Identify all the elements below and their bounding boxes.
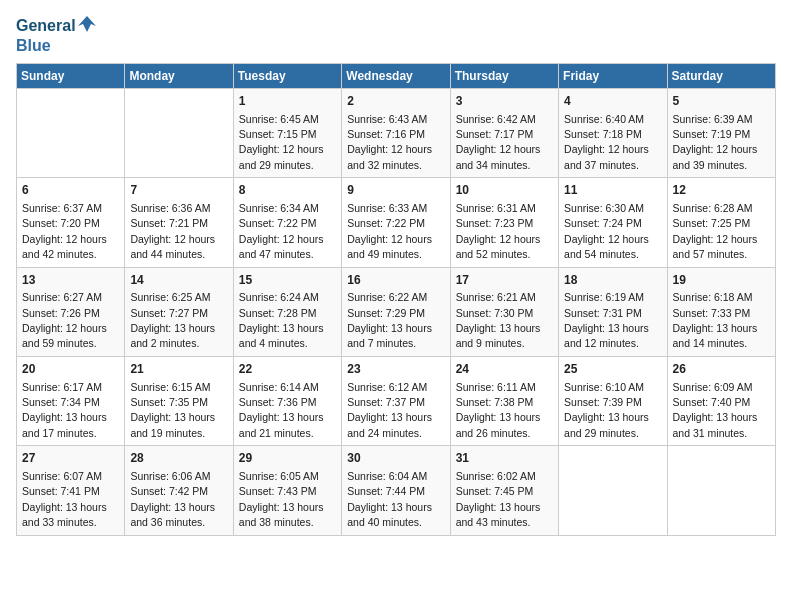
calendar-cell: 20 Sunrise: 6:17 AMSunset: 7:34 PMDaylig… [17,356,125,445]
cell-day-number: 4 [564,93,661,110]
cell-sunrise: Sunrise: 6:43 AMSunset: 7:16 PMDaylight:… [347,113,432,171]
cell-day-number: 12 [673,182,770,199]
cell-day-number: 21 [130,361,227,378]
page-header: General Blue [16,16,776,55]
cell-sunrise: Sunrise: 6:33 AMSunset: 7:22 PMDaylight:… [347,202,432,260]
calendar-cell: 15 Sunrise: 6:24 AMSunset: 7:28 PMDaylig… [233,267,341,356]
svg-marker-0 [78,16,96,32]
calendar-cell: 8 Sunrise: 6:34 AMSunset: 7:22 PMDayligh… [233,178,341,267]
cell-sunrise: Sunrise: 6:14 AMSunset: 7:36 PMDaylight:… [239,381,324,439]
cell-day-number: 15 [239,272,336,289]
cell-sunrise: Sunrise: 6:07 AMSunset: 7:41 PMDaylight:… [22,470,107,528]
cell-sunrise: Sunrise: 6:27 AMSunset: 7:26 PMDaylight:… [22,291,107,349]
cell-day-number: 19 [673,272,770,289]
cell-day-number: 1 [239,93,336,110]
calendar-cell: 23 Sunrise: 6:12 AMSunset: 7:37 PMDaylig… [342,356,450,445]
cell-day-number: 26 [673,361,770,378]
logo-bird-icon [78,16,96,36]
col-header-tuesday: Tuesday [233,63,341,88]
cell-sunrise: Sunrise: 6:42 AMSunset: 7:17 PMDaylight:… [456,113,541,171]
col-header-monday: Monday [125,63,233,88]
cell-sunrise: Sunrise: 6:12 AMSunset: 7:37 PMDaylight:… [347,381,432,439]
cell-sunrise: Sunrise: 6:04 AMSunset: 7:44 PMDaylight:… [347,470,432,528]
cell-sunrise: Sunrise: 6:09 AMSunset: 7:40 PMDaylight:… [673,381,758,439]
cell-sunrise: Sunrise: 6:19 AMSunset: 7:31 PMDaylight:… [564,291,649,349]
cell-sunrise: Sunrise: 6:10 AMSunset: 7:39 PMDaylight:… [564,381,649,439]
calendar-cell: 7 Sunrise: 6:36 AMSunset: 7:21 PMDayligh… [125,178,233,267]
cell-day-number: 31 [456,450,553,467]
cell-sunrise: Sunrise: 6:22 AMSunset: 7:29 PMDaylight:… [347,291,432,349]
calendar-cell: 26 Sunrise: 6:09 AMSunset: 7:40 PMDaylig… [667,356,775,445]
cell-sunrise: Sunrise: 6:06 AMSunset: 7:42 PMDaylight:… [130,470,215,528]
calendar-cell: 13 Sunrise: 6:27 AMSunset: 7:26 PMDaylig… [17,267,125,356]
calendar-cell: 27 Sunrise: 6:07 AMSunset: 7:41 PMDaylig… [17,446,125,535]
calendar-cell: 31 Sunrise: 6:02 AMSunset: 7:45 PMDaylig… [450,446,558,535]
cell-sunrise: Sunrise: 6:18 AMSunset: 7:33 PMDaylight:… [673,291,758,349]
cell-day-number: 17 [456,272,553,289]
calendar-cell: 14 Sunrise: 6:25 AMSunset: 7:27 PMDaylig… [125,267,233,356]
cell-sunrise: Sunrise: 6:11 AMSunset: 7:38 PMDaylight:… [456,381,541,439]
calendar-cell: 25 Sunrise: 6:10 AMSunset: 7:39 PMDaylig… [559,356,667,445]
cell-day-number: 10 [456,182,553,199]
calendar-cell: 2 Sunrise: 6:43 AMSunset: 7:16 PMDayligh… [342,88,450,177]
col-header-friday: Friday [559,63,667,88]
calendar-cell: 24 Sunrise: 6:11 AMSunset: 7:38 PMDaylig… [450,356,558,445]
cell-sunrise: Sunrise: 6:28 AMSunset: 7:25 PMDaylight:… [673,202,758,260]
calendar-cell: 29 Sunrise: 6:05 AMSunset: 7:43 PMDaylig… [233,446,341,535]
cell-sunrise: Sunrise: 6:15 AMSunset: 7:35 PMDaylight:… [130,381,215,439]
cell-sunrise: Sunrise: 6:45 AMSunset: 7:15 PMDaylight:… [239,113,324,171]
cell-day-number: 18 [564,272,661,289]
cell-day-number: 11 [564,182,661,199]
col-header-wednesday: Wednesday [342,63,450,88]
calendar-cell: 16 Sunrise: 6:22 AMSunset: 7:29 PMDaylig… [342,267,450,356]
calendar-cell: 1 Sunrise: 6:45 AMSunset: 7:15 PMDayligh… [233,88,341,177]
calendar-cell: 17 Sunrise: 6:21 AMSunset: 7:30 PMDaylig… [450,267,558,356]
cell-day-number: 20 [22,361,119,378]
calendar-cell [17,88,125,177]
cell-day-number: 14 [130,272,227,289]
cell-sunrise: Sunrise: 6:17 AMSunset: 7:34 PMDaylight:… [22,381,107,439]
calendar-cell [559,446,667,535]
cell-day-number: 28 [130,450,227,467]
cell-sunrise: Sunrise: 6:25 AMSunset: 7:27 PMDaylight:… [130,291,215,349]
cell-day-number: 25 [564,361,661,378]
logo: General Blue [16,16,96,55]
calendar-cell: 22 Sunrise: 6:14 AMSunset: 7:36 PMDaylig… [233,356,341,445]
col-header-saturday: Saturday [667,63,775,88]
logo-general: General [16,16,76,35]
calendar-cell [125,88,233,177]
calendar-cell: 30 Sunrise: 6:04 AMSunset: 7:44 PMDaylig… [342,446,450,535]
cell-sunrise: Sunrise: 6:05 AMSunset: 7:43 PMDaylight:… [239,470,324,528]
calendar-cell: 3 Sunrise: 6:42 AMSunset: 7:17 PMDayligh… [450,88,558,177]
calendar-cell: 21 Sunrise: 6:15 AMSunset: 7:35 PMDaylig… [125,356,233,445]
cell-sunrise: Sunrise: 6:31 AMSunset: 7:23 PMDaylight:… [456,202,541,260]
cell-day-number: 3 [456,93,553,110]
col-header-thursday: Thursday [450,63,558,88]
cell-day-number: 2 [347,93,444,110]
cell-day-number: 8 [239,182,336,199]
cell-day-number: 22 [239,361,336,378]
cell-day-number: 29 [239,450,336,467]
cell-sunrise: Sunrise: 6:40 AMSunset: 7:18 PMDaylight:… [564,113,649,171]
cell-sunrise: Sunrise: 6:02 AMSunset: 7:45 PMDaylight:… [456,470,541,528]
calendar-cell: 18 Sunrise: 6:19 AMSunset: 7:31 PMDaylig… [559,267,667,356]
calendar-cell: 9 Sunrise: 6:33 AMSunset: 7:22 PMDayligh… [342,178,450,267]
cell-sunrise: Sunrise: 6:39 AMSunset: 7:19 PMDaylight:… [673,113,758,171]
cell-day-number: 16 [347,272,444,289]
cell-sunrise: Sunrise: 6:36 AMSunset: 7:21 PMDaylight:… [130,202,215,260]
cell-sunrise: Sunrise: 6:21 AMSunset: 7:30 PMDaylight:… [456,291,541,349]
cell-day-number: 6 [22,182,119,199]
calendar-cell: 11 Sunrise: 6:30 AMSunset: 7:24 PMDaylig… [559,178,667,267]
cell-day-number: 23 [347,361,444,378]
logo-blue: Blue [16,37,51,54]
cell-sunrise: Sunrise: 6:37 AMSunset: 7:20 PMDaylight:… [22,202,107,260]
cell-day-number: 13 [22,272,119,289]
calendar-cell: 5 Sunrise: 6:39 AMSunset: 7:19 PMDayligh… [667,88,775,177]
cell-day-number: 30 [347,450,444,467]
cell-day-number: 27 [22,450,119,467]
calendar-cell: 12 Sunrise: 6:28 AMSunset: 7:25 PMDaylig… [667,178,775,267]
calendar-cell: 10 Sunrise: 6:31 AMSunset: 7:23 PMDaylig… [450,178,558,267]
cell-day-number: 24 [456,361,553,378]
col-header-sunday: Sunday [17,63,125,88]
calendar-cell: 19 Sunrise: 6:18 AMSunset: 7:33 PMDaylig… [667,267,775,356]
